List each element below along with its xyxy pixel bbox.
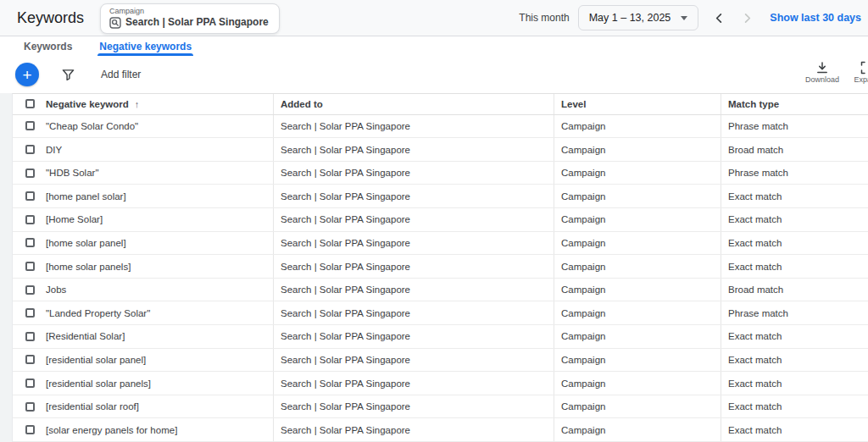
table-row[interactable]: [solar energy panels for home] Search | … [13,418,868,442]
level-cell: Campaign [554,138,721,161]
match-type-cell: Exact match [721,372,868,395]
match-type-cell: Phrase match [721,115,868,138]
level-cell: Campaign [554,349,721,372]
negative-keyword-cell: [Home Solar] [46,214,103,224]
sort-ascending-icon: ↑ [135,99,140,109]
negative-keyword-cell: [residential solar panel] [46,355,146,365]
date-range-picker[interactable]: May 1 – 13, 2025 [578,5,699,30]
previous-period-button[interactable] [712,11,726,25]
add-negative-keyword-button[interactable]: + [15,63,39,86]
added-to-cell: Search | Solar PPA Singapore [274,232,554,255]
row-checkbox[interactable] [25,332,35,341]
negative-keyword-cell: [home solar panels] [46,262,131,272]
campaign-chip-name: Search | Solar PPA Singapore [125,16,269,29]
filter-funnel-icon [61,68,75,82]
table-row[interactable]: [home panel solar] Search | Solar PPA Si… [13,185,868,208]
row-checkbox[interactable] [25,308,35,318]
row-checkbox[interactable] [25,425,35,434]
filter-button[interactable] [61,68,75,82]
plus-icon: + [22,67,31,83]
added-to-cell: Search | Solar PPA Singapore [274,418,554,441]
date-range-value: May 1 – 13, 2025 [589,12,671,24]
added-to-cell: Search | Solar PPA Singapore [274,372,554,395]
select-all-checkbox[interactable] [25,99,35,108]
column-header-match-type[interactable]: Match type [721,94,868,114]
added-to-cell: Search | Solar PPA Singapore [274,162,554,185]
row-checkbox[interactable] [25,121,35,130]
level-cell: Campaign [554,232,721,255]
expand-label: Expand [854,75,868,84]
page-title: Keywords [17,9,84,27]
row-checkbox[interactable] [25,402,35,412]
match-type-cell: Exact match [721,418,868,441]
download-label: Download [805,75,839,84]
table-row[interactable]: [home solar panel] Search | Solar PPA Si… [13,232,868,256]
row-checkbox[interactable] [25,262,35,271]
row-checkbox[interactable] [25,355,35,364]
row-checkbox[interactable] [25,191,35,201]
page-header: Keywords Campaign Search | Solar PPA Sin… [0,0,868,36]
add-filter-button[interactable]: Add filter [101,69,141,80]
row-checkbox[interactable] [25,145,35,154]
row-checkbox[interactable] [25,378,35,388]
campaign-scope-chip[interactable]: Campaign Search | Solar PPA Singapore [100,3,280,34]
match-type-cell: Exact match [721,255,868,278]
match-type-cell: Exact match [721,349,868,372]
match-type-cell: Phrase match [721,301,868,324]
column-header-negative-keyword[interactable]: Negative keyword [46,99,129,109]
level-cell: Campaign [554,185,721,207]
table-row[interactable]: Jobs Search | Solar PPA Singapore Campai… [13,279,868,302]
level-cell: Campaign [554,325,721,348]
keywords-tab-bar: Keywords Negative keywords [0,36,868,56]
added-to-cell: Search | Solar PPA Singapore [274,325,554,348]
row-checkbox[interactable] [25,215,35,224]
negative-keyword-cell: "Cheap Solar Condo" [46,121,138,131]
date-preset-label: This month [519,12,569,24]
match-type-cell: Exact match [721,232,868,255]
added-to-cell: Search | Solar PPA Singapore [274,395,554,418]
added-to-cell: Search | Solar PPA Singapore [274,255,554,278]
row-checkbox[interactable] [25,285,35,295]
download-icon [815,61,829,75]
search-campaign-icon [109,17,121,29]
download-button[interactable]: Download [805,61,839,84]
row-checkbox[interactable] [25,169,35,178]
table-toolbar: + Add filter Download Expand [0,56,868,93]
chevron-right-icon [740,11,754,25]
table-row[interactable]: DIY Search | Solar PPA Singapore Campaig… [13,138,868,162]
table-row[interactable]: [home solar panels] Search | Solar PPA S… [13,255,868,279]
table-row[interactable]: "Landed Property Solar" Search | Solar P… [13,301,868,325]
column-header-added-to[interactable]: Added to [274,94,554,114]
table-row[interactable]: [residential solar panels] Search | Sola… [13,372,868,395]
match-type-cell: Phrase match [721,162,868,185]
match-type-cell: Exact match [721,185,868,207]
negative-keyword-cell: [residential solar roof] [46,401,139,412]
level-cell: Campaign [554,255,721,278]
negative-keyword-cell: [solar energy panels for home] [46,425,177,435]
column-header-level[interactable]: Level [554,94,721,114]
negative-keyword-cell: "Landed Property Solar" [46,308,150,318]
level-cell: Campaign [554,301,721,324]
level-cell: Campaign [554,208,721,231]
expand-button[interactable]: Expand [854,61,868,84]
level-cell: Campaign [554,115,721,138]
level-cell: Campaign [554,279,721,301]
level-cell: Campaign [554,372,721,395]
show-last-30-days-link[interactable]: Show last 30 days [770,12,861,24]
table-row[interactable]: [Residential Solar] Search | Solar PPA S… [13,325,868,349]
match-type-cell: Broad match [721,138,868,161]
table-row[interactable]: "Cheap Solar Condo" Search | Solar PPA S… [13,115,868,139]
match-type-cell: Broad match [721,279,868,301]
table-row[interactable]: [Home Solar] Search | Solar PPA Singapor… [13,208,868,232]
table-row[interactable]: [residential solar panel] Search | Solar… [13,349,868,373]
tab-negative-keywords[interactable]: Negative keywords [97,36,193,56]
next-period-button[interactable] [740,11,754,25]
match-type-cell: Exact match [721,208,868,231]
negative-keyword-cell: DIY [46,145,62,155]
table-row[interactable]: "HDB Solar" Search | Solar PPA Singapore… [13,162,868,185]
table-row[interactable]: [residential solar roof] Search | Solar … [13,395,868,419]
level-cell: Campaign [554,162,721,185]
negative-keyword-cell: [residential solar panels] [46,378,151,389]
row-checkbox[interactable] [25,238,35,247]
tab-keywords[interactable]: Keywords [22,36,74,56]
